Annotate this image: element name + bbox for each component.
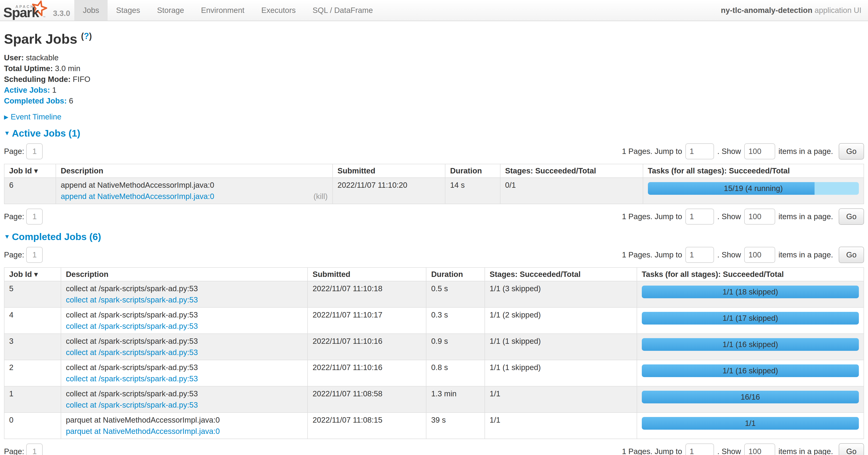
- page-number-input[interactable]: [26, 247, 43, 263]
- column-header[interactable]: Submitted: [333, 164, 445, 178]
- job-id-cell: 3: [4, 334, 61, 360]
- help-question-icon[interactable]: ?: [84, 31, 89, 41]
- column-header[interactable]: Stages: Succeeded/Total: [485, 267, 637, 281]
- job-description-link[interactable]: collect at /spark-scripts/spark-ad.py:53: [66, 295, 198, 304]
- job-row: 3collect at /spark-scripts/spark-ad.py:5…: [4, 334, 864, 360]
- job-duration-cell: 0.8 s: [426, 360, 485, 386]
- summary-item: User: stackable: [4, 52, 864, 63]
- jump-to-input[interactable]: [685, 143, 714, 159]
- job-tasks-cell: 1/1 (16 skipped): [637, 334, 864, 360]
- job-description-link[interactable]: collect at /spark-scripts/spark-ad.py:53: [66, 348, 198, 357]
- show-count-input[interactable]: [744, 208, 775, 225]
- job-description-link[interactable]: append at NativeMethodAccessorImpl.java:…: [61, 192, 214, 201]
- event-timeline-toggle[interactable]: ▶Event Timeline: [4, 112, 864, 121]
- job-stages-cell: 1/1 (1 skipped): [485, 360, 637, 386]
- job-description-cell: collect at /spark-scripts/spark-ad.py:53…: [61, 334, 308, 360]
- progress-label: 1/1 (16 skipped): [642, 364, 859, 377]
- page-number-input[interactable]: [26, 444, 43, 455]
- column-header[interactable]: Description: [61, 267, 308, 281]
- show-count-input[interactable]: [744, 247, 775, 263]
- active-jobs-heading[interactable]: ▼Active Jobs (1): [4, 128, 864, 139]
- show-count-input[interactable]: [744, 444, 775, 455]
- summary-item: Completed Jobs: 6: [4, 95, 864, 106]
- job-description-link[interactable]: collect at /spark-scripts/spark-ad.py:53: [66, 401, 198, 409]
- tab-sql-dataframe[interactable]: SQL / DataFrame: [304, 0, 381, 21]
- active-jobs-heading-text: Active Jobs (1): [12, 128, 81, 139]
- help-link[interactable]: (?): [81, 31, 92, 41]
- job-duration-cell: 0.5 s: [426, 281, 485, 307]
- pagination: Page: 1 Pages. Jump to . Show items in a…: [4, 143, 864, 160]
- page-title: Spark Jobs (?): [4, 31, 864, 47]
- job-description: parquet at NativeMethodAccessorImpl.java…: [66, 415, 303, 425]
- go-button[interactable]: Go: [839, 247, 864, 263]
- column-header[interactable]: Submitted: [308, 267, 426, 281]
- job-id-cell: 5: [4, 281, 61, 307]
- column-header[interactable]: Tasks (for all stages): Succeeded/Total: [637, 267, 864, 281]
- column-header[interactable]: Job Id ▾: [4, 164, 56, 178]
- show-text: . Show: [717, 250, 741, 259]
- job-stages-cell: 1/1: [485, 413, 637, 439]
- jump-to-input[interactable]: [685, 444, 714, 455]
- column-header[interactable]: Job Id ▾: [4, 267, 61, 281]
- completed-jobs-heading[interactable]: ▼Completed Jobs (6): [4, 231, 864, 243]
- navbar: APACHE Spark ™ 3.3.0 JobsStagesStorageEn…: [0, 0, 868, 21]
- column-header[interactable]: Duration: [426, 267, 485, 281]
- job-row: 0parquet at NativeMethodAccessorImpl.jav…: [4, 413, 864, 439]
- job-row: 5collect at /spark-scripts/spark-ad.py:5…: [4, 281, 864, 307]
- show-count-input[interactable]: [744, 143, 775, 159]
- go-button[interactable]: Go: [839, 443, 864, 455]
- tab-storage[interactable]: Storage: [149, 0, 193, 21]
- go-button[interactable]: Go: [839, 143, 864, 160]
- summary-label[interactable]: Completed Jobs:: [4, 96, 67, 105]
- job-description: collect at /spark-scripts/spark-ad.py:53: [66, 363, 303, 372]
- tab-executors[interactable]: Executors: [253, 0, 304, 21]
- jump-to-input[interactable]: [685, 208, 714, 225]
- page-number-input[interactable]: [26, 208, 43, 225]
- job-tasks-cell: 1/1 (16 skipped): [637, 360, 864, 386]
- completed-jobs-table: Job Id ▾DescriptionSubmittedDurationStag…: [4, 267, 864, 439]
- event-timeline-label: Event Timeline: [10, 112, 61, 121]
- tab-environment[interactable]: Environment: [192, 0, 253, 21]
- summary-label: Scheduling Mode:: [4, 75, 70, 84]
- tasks-progress-bar: 16/16: [642, 391, 859, 403]
- job-row: 1collect at /spark-scripts/spark-ad.py:5…: [4, 386, 864, 413]
- job-duration-cell: 0.9 s: [426, 334, 485, 360]
- column-header[interactable]: Stages: Succeeded/Total: [500, 164, 643, 178]
- job-row: 2collect at /spark-scripts/spark-ad.py:5…: [4, 360, 864, 386]
- job-id-cell: 2: [4, 360, 61, 386]
- tab-stages[interactable]: Stages: [107, 0, 149, 21]
- job-stages-cell: 1/1: [485, 386, 637, 413]
- summary-label[interactable]: Active Jobs:: [4, 86, 50, 94]
- job-description-link[interactable]: collect at /spark-scripts/spark-ad.py:53: [66, 322, 198, 331]
- jump-to-input[interactable]: [685, 247, 714, 263]
- kill-link[interactable]: (kill): [313, 192, 328, 201]
- job-description-cell: collect at /spark-scripts/spark-ad.py:53…: [61, 386, 308, 413]
- job-duration-cell: 39 s: [426, 413, 485, 439]
- pagination: Page: 1 Pages. Jump to . Show items in a…: [4, 443, 864, 455]
- job-description-link[interactable]: parquet at NativeMethodAccessorImpl.java…: [66, 427, 220, 435]
- page-number-input[interactable]: [26, 143, 43, 159]
- progress-label: 1/1 (18 skipped): [642, 286, 859, 298]
- app-name-text: ny-tlc-anomaly-detection: [721, 6, 812, 15]
- progress-label: 1/1: [642, 417, 859, 430]
- expanded-arrow-icon: ▼: [4, 233, 10, 240]
- job-tasks-cell: 1/1 (17 skipped): [637, 307, 864, 334]
- summary-label: Total Uptime:: [4, 64, 53, 73]
- job-description: append at NativeMethodAccessorImpl.java:…: [61, 180, 328, 190]
- job-id-cell: 4: [4, 307, 61, 334]
- job-stages-cell: 0/1: [500, 178, 643, 204]
- job-submitted-cell: 2022/11/07 11:10:16: [308, 334, 426, 360]
- job-tasks-cell: 16/16: [637, 386, 864, 413]
- column-header[interactable]: Duration: [445, 164, 500, 178]
- column-header[interactable]: Tasks (for all stages): Succeeded/Total: [643, 164, 864, 178]
- column-header[interactable]: Description: [56, 164, 333, 178]
- go-button[interactable]: Go: [839, 208, 864, 225]
- completed-jobs-heading-text: Completed Jobs (6): [12, 231, 101, 242]
- job-description-cell: collect at /spark-scripts/spark-ad.py:53…: [61, 307, 308, 334]
- summary-value: 1: [52, 86, 56, 94]
- pagination-controls: 1 Pages. Jump to . Show items in a page.…: [620, 143, 864, 160]
- tab-jobs[interactable]: Jobs: [74, 0, 107, 21]
- summary-item: Total Uptime: 3.0 min: [4, 63, 864, 74]
- job-description-link[interactable]: collect at /spark-scripts/spark-ad.py:53: [66, 374, 198, 383]
- items-text: items in a page.: [778, 212, 833, 221]
